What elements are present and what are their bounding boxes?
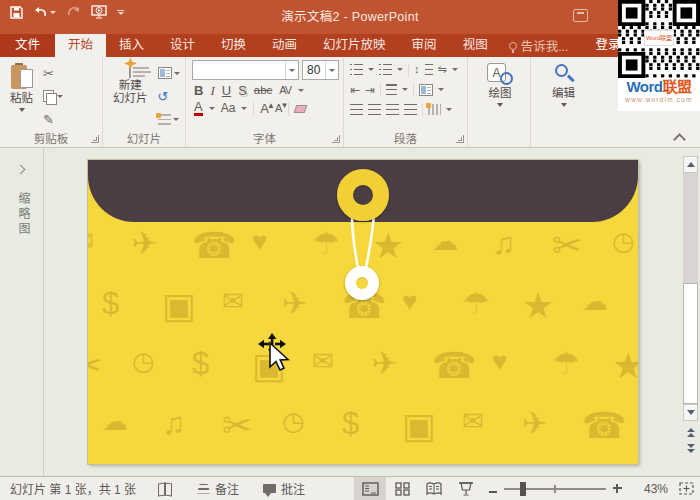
tab-view[interactable]: 视图 xyxy=(450,34,501,57)
zoom-out-button[interactable] xyxy=(482,482,504,496)
tell-me-box[interactable]: 告诉我... xyxy=(501,34,577,57)
zoom-slider[interactable] xyxy=(504,477,606,500)
brand-url: www.wordlm.com xyxy=(618,96,700,104)
slide-sorter-view-button[interactable] xyxy=(386,477,418,500)
underline-button[interactable]: U xyxy=(222,83,231,98)
clear-formatting-icon[interactable] xyxy=(294,105,308,113)
bullets-icon[interactable] xyxy=(350,64,363,75)
font-size-caret[interactable] xyxy=(325,61,338,79)
slides-group-label: 幻灯片 xyxy=(103,130,185,147)
slideshow-view-button[interactable] xyxy=(450,477,482,500)
strikethrough-button[interactable]: abc xyxy=(254,83,273,98)
envelope-bottom-button[interactable] xyxy=(345,266,379,300)
line-spacing-icon[interactable]: ↕ xyxy=(414,64,420,75)
tab-slideshow[interactable]: 幻灯片放映 xyxy=(310,34,399,57)
text-direction-caret[interactable] xyxy=(452,68,458,71)
increase-indent-icon[interactable]: ⇥ xyxy=(365,84,375,96)
font-color-button[interactable]: A xyxy=(194,101,203,116)
tab-review[interactable]: 审阅 xyxy=(399,34,450,57)
align-text-icon[interactable] xyxy=(419,84,433,96)
expand-panel-chevron-icon[interactable] xyxy=(16,165,26,175)
thumbnail-panel-label: 缩略图 xyxy=(12,192,32,237)
brand-league: 联盟 xyxy=(663,78,692,95)
font-name-combo[interactable] xyxy=(192,60,299,80)
columns-icon[interactable] xyxy=(386,84,397,95)
comments-button[interactable]: 批注 xyxy=(251,477,317,500)
ribbon-display-options-icon[interactable] xyxy=(573,9,588,22)
zoom-percentage[interactable]: 43% xyxy=(628,482,672,496)
numbering-caret[interactable] xyxy=(397,68,403,71)
numbering-icon[interactable] xyxy=(379,64,392,75)
tab-animations[interactable]: 动画 xyxy=(259,34,310,57)
font-name-caret[interactable] xyxy=(285,61,298,79)
tab-transitions[interactable]: 切换 xyxy=(208,34,259,57)
section-button[interactable] xyxy=(156,109,182,129)
zoom-slider-thumb[interactable] xyxy=(520,482,526,496)
layout-icon xyxy=(158,67,172,79)
format-painter-button[interactable]: ✎ xyxy=(41,109,65,129)
paragraph-dialog-launcher[interactable] xyxy=(456,135,464,143)
tab-file[interactable]: 文件 xyxy=(0,34,55,57)
align-right-icon[interactable] xyxy=(386,104,399,115)
italic-button[interactable]: I xyxy=(210,83,214,98)
align-left-icon[interactable] xyxy=(350,104,363,115)
tab-home[interactable]: 开始 xyxy=(55,34,106,57)
next-slide-button[interactable] xyxy=(685,443,696,455)
collapse-ribbon-icon[interactable] xyxy=(674,133,686,141)
slide-canvas[interactable]: ✉✈☎♥☂★☁♫✂◷$▣✉✈☎♥☂★☁♫✂◷$▣✉✈☎♥☂★☁♫✂◷$▣✉✈☎♥ xyxy=(88,160,638,464)
bullets-caret[interactable] xyxy=(368,68,374,71)
align-center-icon[interactable] xyxy=(368,104,381,115)
clipboard-dialog-launcher[interactable] xyxy=(91,135,99,143)
paste-dropdown-caret[interactable] xyxy=(19,108,25,112)
scrollbar-thumb[interactable] xyxy=(683,283,698,404)
cut-button[interactable]: ✂ xyxy=(41,63,65,83)
tell-me-label: 告诉我... xyxy=(521,36,569,55)
editing-button[interactable]: 编辑 xyxy=(548,61,580,130)
notes-button[interactable]: 备注 xyxy=(185,477,251,500)
star-icon xyxy=(124,57,137,70)
slide-number-indicator[interactable]: 幻灯片 第 1 张，共 1 张 xyxy=(0,480,146,497)
text-shadow-button[interactable]: S xyxy=(238,83,247,98)
lightbulb-icon xyxy=(509,42,517,50)
spacing-caret[interactable] xyxy=(298,89,304,92)
drawing-caret[interactable] xyxy=(497,103,503,107)
columns-caret[interactable] xyxy=(402,88,408,91)
fit-to-window-button[interactable] xyxy=(672,477,700,500)
clipboard-group-label: 剪贴板 xyxy=(0,130,102,147)
change-case-caret[interactable] xyxy=(241,107,247,110)
reading-view-button[interactable] xyxy=(418,477,450,500)
justify-icon[interactable] xyxy=(404,104,417,115)
align-text-caret[interactable] xyxy=(438,88,444,91)
zoom-in-button[interactable] xyxy=(606,482,628,496)
grow-font-button[interactable]: A▲ xyxy=(260,101,269,116)
decrease-indent-icon[interactable]: ⇤ xyxy=(350,84,360,96)
change-case-button[interactable]: Aa xyxy=(221,101,236,116)
envelope-top-button[interactable] xyxy=(337,169,389,221)
shrink-font-button[interactable]: A▼ xyxy=(275,101,282,116)
thumbnail-panel: 缩略图 xyxy=(0,148,44,476)
font-size-value: 80 xyxy=(303,63,325,77)
character-spacing-button[interactable]: AV xyxy=(279,83,291,98)
reset-button[interactable]: ↺ xyxy=(156,86,182,106)
font-dialog-launcher[interactable] xyxy=(332,135,340,143)
tab-insert[interactable]: 插入 xyxy=(106,34,157,57)
scroll-up-button[interactable] xyxy=(683,156,698,173)
scrollbar-track[interactable] xyxy=(683,173,698,283)
smartart-caret[interactable] xyxy=(446,108,452,111)
new-slide-button[interactable]: 新建幻灯片 xyxy=(109,61,152,130)
drawing-button[interactable]: A 绘图 xyxy=(483,61,517,130)
text-direction-icon[interactable]: ⇋ xyxy=(438,64,447,75)
scroll-down-button[interactable] xyxy=(683,404,698,421)
bold-button[interactable]: B xyxy=(194,83,203,98)
font-size-combo[interactable]: 80 xyxy=(302,60,339,80)
editing-caret[interactable] xyxy=(561,103,567,107)
smartart-convert-icon[interactable] xyxy=(428,104,441,115)
previous-slide-button[interactable] xyxy=(685,427,696,439)
paste-button[interactable]: 粘贴 xyxy=(6,61,37,130)
spell-check-button[interactable] xyxy=(146,477,185,500)
font-color-caret[interactable] xyxy=(209,107,215,110)
tab-design[interactable]: 设计 xyxy=(157,34,208,57)
normal-view-button[interactable] xyxy=(354,477,386,500)
layout-button[interactable] xyxy=(156,63,182,83)
copy-button[interactable] xyxy=(41,86,65,106)
